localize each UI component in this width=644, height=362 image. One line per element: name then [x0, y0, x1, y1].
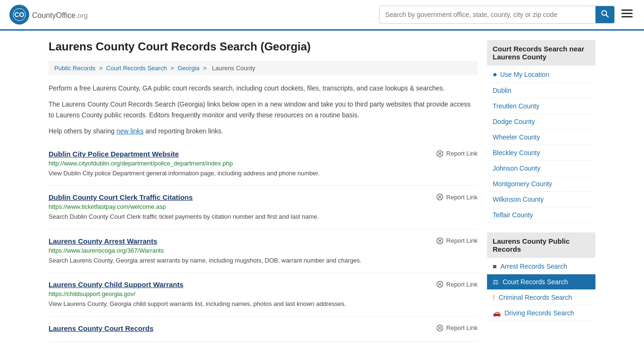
result-item: Laurens County Court Records Report Link — [49, 317, 478, 342]
new-links-link[interactable]: new links — [116, 127, 144, 135]
results-container: Dublin City Police Department Website Re… — [49, 142, 478, 342]
result-item: Dublin City Police Department Website Re… — [49, 142, 478, 186]
result-header: Dublin County Court Clerk Traffic Citati… — [49, 193, 478, 201]
breadcrumb: Public Records > Court Records Search > … — [49, 61, 478, 75]
records-icon: 🚗 — [493, 309, 501, 317]
report-icon — [436, 193, 444, 201]
result-desc: Search Laurens County, Georgia arrest wa… — [49, 256, 478, 265]
report-link[interactable]: Report Link — [436, 280, 478, 288]
records-icon: ⚖ — [493, 278, 499, 286]
breadcrumb-georgia[interactable]: Georgia — [178, 65, 199, 72]
nearby-list-item: Wheeler County — [487, 130, 595, 145]
search-button[interactable] — [595, 6, 614, 23]
svg-rect-4 — [621, 9, 633, 11]
records-link[interactable]: Driving Records Search — [504, 309, 574, 317]
report-link[interactable]: Report Link — [436, 237, 478, 245]
records-list-item[interactable]: 🚗Driving Records Search — [487, 305, 595, 321]
logo-text: CountyOffice.org — [32, 9, 88, 20]
result-title[interactable]: Laurens County Arrest Warrants — [49, 237, 157, 245]
breadcrumb-public-records[interactable]: Public Records — [54, 65, 95, 72]
nearby-list-item: Dodge County — [487, 114, 595, 130]
records-list: ■Arrest Records Search⚖Court Records Sea… — [487, 259, 595, 321]
nearby-list-item: Wilkinson County — [487, 192, 595, 207]
records-label: Court Records Search — [503, 278, 568, 286]
result-desc: View Laurens County, Georgia child suppo… — [49, 299, 478, 309]
logo-area: CO CountyOffice.org — [9, 5, 88, 25]
nearby-link[interactable]: Montgomery County — [487, 176, 595, 192]
public-records-title: Laurens County Public Records — [487, 232, 595, 258]
nearby-list: DublinTreutlen CountyDodge CountyWheeler… — [487, 83, 595, 223]
result-url[interactable]: https://www.ticketfastpay.com/welcome.as… — [49, 203, 478, 210]
records-list-item[interactable]: !Criminal Records Search — [487, 290, 595, 305]
nearby-link[interactable]: Dodge County — [487, 114, 595, 130]
nearby-section: Court Records Search near Laurens County… — [487, 40, 595, 223]
nearby-list-item: Telfair County — [487, 207, 595, 223]
records-icon: ! — [493, 294, 495, 301]
public-records-section: Laurens County Public Records ■Arrest Re… — [487, 232, 595, 321]
nearby-list-item: Johnson County — [487, 161, 595, 176]
report-icon — [436, 237, 444, 245]
result-desc: Search Dublin County Court Clerk traffic… — [49, 212, 478, 222]
result-url[interactable]: https://www.laurenscoga.org/367/Warrants — [49, 247, 478, 254]
description-1: Perform a free Laurens County, GA public… — [49, 83, 478, 93]
report-icon — [436, 280, 444, 288]
nearby-link[interactable]: Johnson County — [487, 161, 595, 176]
search-bar — [379, 6, 615, 24]
nearby-list-item: Bleckley County — [487, 145, 595, 161]
logo-suffix: .org — [75, 11, 88, 19]
records-icon: ■ — [493, 263, 496, 270]
use-my-location[interactable]: ● Use My Location — [487, 66, 595, 83]
result-item: Laurens County Child Support Warrants Re… — [49, 273, 478, 317]
svg-line-3 — [606, 15, 608, 17]
records-link[interactable]: Criminal Records Search — [499, 294, 572, 301]
result-item: Laurens County Arrest Warrants Report Li… — [49, 230, 478, 273]
result-item: Dublin County Court Clerk Traffic Citati… — [49, 186, 478, 230]
nearby-link[interactable]: Wilkinson County — [487, 192, 595, 207]
nearby-link[interactable]: Treutlen County — [487, 99, 595, 114]
result-header: Laurens County Child Support Warrants Re… — [49, 280, 478, 288]
result-url[interactable]: http://www.cityofdublin.org/department/p… — [49, 160, 478, 167]
report-icon — [436, 324, 444, 332]
logo-icon: CO — [9, 5, 29, 25]
header: CO CountyOffice.org — [0, 0, 644, 31]
breadcrumb-court-records[interactable]: Court Records Search — [106, 65, 167, 72]
sidebar: Court Records Search near Laurens County… — [487, 40, 595, 342]
description-2: The Laurens County Court Records Search … — [49, 99, 478, 120]
records-list-item[interactable]: ■Arrest Records Search — [487, 259, 595, 274]
nearby-link[interactable]: Telfair County — [487, 207, 595, 223]
result-header: Laurens County Court Records Report Link — [49, 324, 478, 332]
result-url[interactable]: https://childsupport.georgia.gov/ — [49, 290, 478, 297]
description-3: Help others by sharing new links and rep… — [49, 126, 478, 136]
nearby-list-item: Treutlen County — [487, 99, 595, 114]
page-title: Laurens County Court Records Search (Geo… — [49, 40, 478, 53]
result-title[interactable]: Laurens County Child Support Warrants — [49, 280, 183, 288]
report-link[interactable]: Report Link — [436, 193, 478, 201]
nearby-link[interactable]: Dublin — [487, 83, 595, 99]
nearby-list-item: Dublin — [487, 83, 595, 99]
result-header: Dublin City Police Department Website Re… — [49, 150, 478, 158]
report-link[interactable]: Report Link — [436, 150, 478, 157]
logo-brand: CountyOffice — [32, 11, 75, 19]
svg-rect-6 — [621, 16, 633, 17]
menu-button[interactable] — [619, 7, 635, 23]
nearby-link[interactable]: Bleckley County — [487, 145, 595, 161]
result-header: Laurens County Arrest Warrants Report Li… — [49, 237, 478, 245]
svg-rect-5 — [621, 13, 633, 14]
report-icon — [436, 150, 444, 157]
records-list-item[interactable]: ⚖Court Records Search — [487, 274, 595, 290]
content-area: Laurens County Court Records Search (Geo… — [49, 40, 478, 342]
result-title[interactable]: Laurens County Court Records — [49, 324, 154, 332]
nearby-link[interactable]: Wheeler County — [487, 130, 595, 145]
breadcrumb-laurens: Laurens County — [212, 65, 256, 72]
main-container: Laurens County Court Records Search (Geo… — [39, 31, 605, 352]
nearby-title: Court Records Search near Laurens County — [487, 40, 595, 66]
records-link[interactable]: Arrest Records Search — [500, 263, 567, 270]
nearby-list-item: Montgomery County — [487, 176, 595, 192]
result-title[interactable]: Dublin City Police Department Website — [49, 150, 179, 158]
search-input[interactable] — [380, 7, 595, 22]
header-right — [379, 6, 635, 24]
result-desc: View Dublin City police Department gener… — [49, 169, 478, 178]
report-link[interactable]: Report Link — [436, 324, 478, 332]
svg-text:CO: CO — [15, 11, 25, 18]
result-title[interactable]: Dublin County Court Clerk Traffic Citati… — [49, 193, 193, 201]
